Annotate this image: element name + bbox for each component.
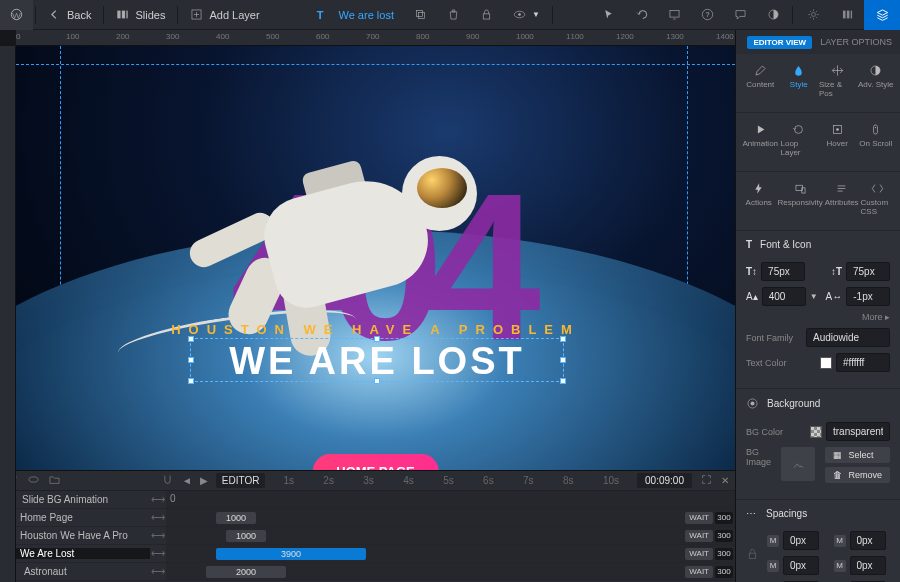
bg-color-swatch[interactable] [810, 426, 822, 438]
svg-rect-3 [127, 11, 128, 19]
bg-color-input[interactable] [826, 422, 890, 441]
bg-section-header[interactable]: Background [736, 389, 900, 418]
layer-options-tab[interactable]: LAYER OPTIONS [820, 37, 892, 47]
back-button[interactable]: Back [38, 0, 101, 30]
svg-rect-16 [847, 11, 850, 19]
ruler-vertical [0, 46, 16, 582]
svg-point-18 [29, 477, 38, 482]
wp-logo[interactable] [0, 0, 33, 30]
svg-rect-28 [749, 553, 756, 558]
help-icon[interactable]: ? [691, 0, 724, 30]
tab-responsivity[interactable]: Responsivity [777, 176, 822, 222]
more-button[interactable]: More ▸ [862, 312, 890, 322]
svg-text:?: ? [706, 11, 710, 19]
font-size-input[interactable] [761, 262, 805, 281]
houston-text[interactable]: HOUSTON WE HAVE A PROBLEM [171, 322, 580, 337]
pointer-icon[interactable] [592, 0, 625, 30]
svg-rect-2 [122, 11, 125, 19]
spacing-input[interactable]: M [767, 531, 824, 550]
tab-content[interactable]: Content [742, 58, 779, 104]
timeline: ◄ ▶ EDITOR 1s2s3s4s5s6s7s8s10s 00:09:00 … [0, 470, 735, 582]
bg-select-button[interactable]: ▦ Select [825, 447, 890, 463]
comment-icon[interactable] [724, 0, 757, 30]
svg-rect-7 [483, 14, 490, 19]
layer-title[interactable]: T We are lost [307, 0, 404, 30]
copy-icon[interactable] [404, 0, 437, 30]
spacing-input[interactable]: M [834, 556, 891, 575]
svg-rect-10 [670, 11, 679, 18]
visibility-icon[interactable]: ▼ [503, 0, 550, 30]
letter-spacing-input[interactable] [846, 287, 890, 306]
add-layer-button[interactable]: Add Layer [180, 0, 269, 30]
svg-rect-15 [843, 11, 846, 19]
tab-hover[interactable]: Hover [819, 117, 856, 163]
time-display: 00:09:00 [637, 473, 692, 488]
line-height-input[interactable] [846, 262, 890, 281]
slides-button[interactable]: Slides [106, 0, 175, 30]
desktop-icon[interactable] [658, 0, 691, 30]
mode-label: EDITOR [216, 473, 266, 488]
text-color-input[interactable] [836, 353, 890, 372]
timeline-row[interactable]: ⊞Slide BG Animation⟷0 [0, 491, 735, 509]
spacing-input[interactable]: M [834, 531, 891, 550]
contrast-icon[interactable] [757, 0, 790, 30]
svg-rect-22 [874, 125, 878, 134]
panels-icon[interactable] [831, 0, 864, 30]
spacing-input[interactable]: M [767, 556, 824, 575]
bg-image-preview[interactable] [781, 447, 815, 481]
snap-icon[interactable] [161, 473, 174, 488]
we-are-lost-text[interactable]: WE ARE LOST [191, 339, 563, 383]
svg-point-9 [518, 13, 521, 16]
timeline-row[interactable]: TWe Are Lost⟷3900WAIT300 [0, 545, 735, 563]
stage[interactable]: 404 HOUSTON WE HAVE A PROBLEM WE ARE LOS… [16, 46, 735, 470]
svg-point-27 [751, 402, 755, 406]
svg-rect-1 [118, 11, 121, 19]
lock-icon[interactable] [470, 0, 503, 30]
tab-animation[interactable]: Animation [742, 117, 779, 163]
svg-rect-6 [419, 13, 425, 19]
selected-layer[interactable]: WE ARE LOST [190, 338, 564, 382]
svg-rect-5 [417, 11, 423, 17]
eye-icon[interactable] [27, 473, 40, 488]
tab-style[interactable]: Style [781, 58, 818, 104]
undo-icon[interactable] [625, 0, 658, 30]
font-section-header[interactable]: TFont & Icon [736, 231, 900, 258]
canvas-area: 0100200300400500600700800900100011001200… [0, 30, 735, 582]
timeline-row[interactable]: Home Page⟷1000WAIT300 [0, 509, 735, 527]
home-page-button[interactable]: HOME PAGE [312, 454, 439, 470]
spacing-section-header[interactable]: ⋯Spacings [736, 500, 900, 527]
play-icon[interactable]: ▶ [200, 475, 208, 486]
tab-custom-css[interactable]: Custom CSS [861, 176, 894, 222]
layers-panel-icon[interactable] [864, 0, 900, 30]
prev-icon[interactable]: ◄ [182, 475, 192, 486]
fullscreen-icon[interactable] [700, 473, 713, 488]
trash-icon[interactable] [437, 0, 470, 30]
timeline-row[interactable]: THouston We Have A Pro⟷1000WAIT300 [0, 527, 735, 545]
guide[interactable] [16, 64, 735, 65]
bg-remove-button[interactable]: 🗑 Remove [825, 467, 890, 483]
font-weight-input[interactable] [762, 287, 806, 306]
tab-attributes[interactable]: Attributes [825, 176, 859, 222]
timeline-row[interactable]: ▲Astronaut⟷2000WAIT300 [0, 563, 735, 581]
tab-loop-layer[interactable]: Loop Layer [781, 117, 818, 163]
tab-actions[interactable]: Actions [742, 176, 775, 222]
svg-point-14 [811, 13, 815, 17]
svg-rect-17 [851, 11, 852, 19]
svg-point-21 [836, 128, 839, 131]
editor-view-badge[interactable]: EDITOR VIEW [747, 36, 812, 49]
ruler-horizontal: 0100200300400500600700800900100011001200… [16, 30, 735, 46]
font-family-input[interactable] [806, 328, 890, 347]
folder-icon[interactable] [48, 473, 61, 488]
tab-size-pos[interactable]: Size & Pos [819, 58, 856, 104]
svg-point-23 [875, 127, 876, 128]
tab-adv-style[interactable]: Adv. Style [858, 58, 895, 104]
topbar: Back Slides Add Layer T We are lost ▼ ? [0, 0, 900, 30]
tab-on-scroll[interactable]: On Scroll [858, 117, 895, 163]
text-color-swatch[interactable] [820, 357, 832, 369]
settings-icon[interactable] [795, 0, 831, 30]
sidebar: EDITOR VIEW LAYER OPTIONS ContentStyleSi… [735, 30, 900, 582]
close-icon[interactable]: ✕ [721, 475, 729, 486]
